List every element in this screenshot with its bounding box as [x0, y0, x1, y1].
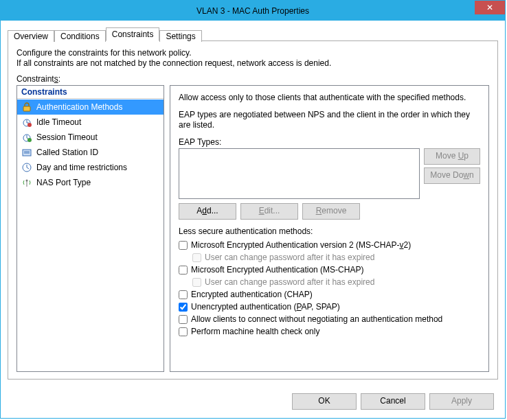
- auth-method-label: Microsoft Encrypted Authentication versi…: [191, 240, 411, 250]
- ok-button[interactable]: OK: [292, 393, 357, 410]
- constraints-item-label: NAS Port Type: [36, 178, 91, 187]
- svg-rect-0: [23, 106, 30, 111]
- svg-point-2: [27, 123, 32, 127]
- eap-intro: EAP types are negotiated between NPS and…: [179, 110, 480, 130]
- auth-method-checkbox[interactable]: [179, 315, 188, 324]
- cancel-button[interactable]: Cancel: [361, 393, 425, 410]
- timer-session-icon: [21, 132, 32, 143]
- eap-row: Move Up Move Down: [179, 148, 480, 199]
- auth-method-checkbox[interactable]: [179, 303, 188, 312]
- constraints-item-label: Called Station ID: [36, 148, 98, 157]
- move-up-button[interactable]: Move Up: [424, 148, 480, 165]
- constraints-header: Constraints: [17, 86, 164, 99]
- tab-settings[interactable]: Settings: [159, 30, 201, 42]
- auth-method-row: User can change password after it has ex…: [179, 251, 480, 264]
- dialog-button-row: OK Cancel Apply: [1, 386, 505, 418]
- constraints-item-session-timeout[interactable]: Session Timeout: [17, 130, 164, 145]
- dialog-body: Overview Conditions Constraints Settings…: [1, 21, 505, 386]
- close-icon: ✕: [486, 3, 493, 12]
- detail-panel: Allow access only to those clients that …: [170, 85, 489, 372]
- auth-method-checkbox[interactable]: [179, 266, 188, 275]
- description-text: Configure the constraints for this netwo…: [16, 48, 489, 69]
- auth-method-label: Perform machine health check only: [191, 327, 319, 336]
- constraints-list[interactable]: Authentication MethodsIdle TimeoutSessio…: [17, 99, 164, 371]
- constraints-item-nas-port-type[interactable]: NAS Port Type: [17, 175, 164, 190]
- auth-method-checkbox: [192, 253, 201, 262]
- antenna-icon: [21, 177, 32, 188]
- move-down-button[interactable]: Move Down: [424, 167, 480, 184]
- auth-method-checkbox: [192, 278, 201, 287]
- constraints-item-label: Authentication Methods: [36, 102, 122, 112]
- constraints-item-label: Session Timeout: [36, 132, 98, 142]
- constraints-item-day-and-time-restrictions[interactable]: Day and time restrictions: [17, 160, 164, 175]
- tabstrip: Overview Conditions Constraints Settings: [8, 26, 498, 40]
- auth-method-checkbox[interactable]: [179, 241, 188, 250]
- eap-types-label: EAP Types:: [179, 137, 480, 147]
- auth-method-checkbox[interactable]: [179, 327, 188, 336]
- station-id-icon: [21, 147, 32, 158]
- auth-method-label: Microsoft Encrypted Authentication (MS-C…: [191, 265, 363, 275]
- window-title: VLAN 3 - MAC Auth Properties: [196, 6, 309, 16]
- auth-method-row[interactable]: Microsoft Encrypted Authentication versi…: [179, 239, 480, 251]
- auth-method-label: User can change password after it has ex…: [205, 277, 374, 287]
- auth-methods-checklist: Microsoft Encrypted Authentication versi…: [179, 239, 480, 338]
- apply-button[interactable]: Apply: [429, 393, 494, 410]
- svg-point-9: [26, 180, 28, 182]
- auth-method-row[interactable]: Unencrypted authentication (PAP, SPAP): [179, 301, 480, 313]
- clock-icon: [21, 162, 32, 173]
- auth-method-row[interactable]: Microsoft Encrypted Authentication (MS-C…: [179, 264, 480, 276]
- titlebar: VLAN 3 - MAC Auth Properties ✕: [1, 1, 505, 21]
- auth-method-row[interactable]: Allow clients to connect without negotia…: [179, 313, 480, 325]
- less-secure-label: Less secure authentication methods:: [179, 226, 480, 236]
- eap-side-buttons: Move Up Move Down: [424, 148, 480, 199]
- tab-panel-constraints: Configure the constraints for this netwo…: [8, 40, 498, 380]
- constraints-item-idle-timeout[interactable]: Idle Timeout: [17, 115, 164, 130]
- constraints-label: Constraints:: [16, 74, 489, 84]
- add-button[interactable]: Add...: [179, 203, 236, 220]
- edit-button[interactable]: Edit...: [240, 203, 298, 220]
- description-line1: Configure the constraints for this netwo…: [16, 48, 192, 58]
- auth-method-label: Allow clients to connect without negotia…: [191, 314, 442, 324]
- tab-constraints[interactable]: Constraints: [106, 27, 160, 41]
- auth-method-row[interactable]: Encrypted authentication (CHAP): [179, 288, 480, 301]
- auth-method-row: User can change password after it has ex…: [179, 276, 480, 288]
- tab-overview[interactable]: Overview: [8, 30, 54, 42]
- svg-point-4: [27, 138, 32, 142]
- auth-method-row[interactable]: Perform machine health check only: [179, 325, 480, 338]
- close-button[interactable]: ✕: [475, 1, 505, 14]
- lock-icon: [21, 102, 32, 113]
- constraints-item-authentication-methods[interactable]: Authentication Methods: [17, 100, 164, 115]
- detail-intro: Allow access only to those clients that …: [179, 93, 480, 103]
- columns: Constraints Authentication MethodsIdle T…: [16, 85, 489, 372]
- description-line2: If all constraints are not matched by th…: [16, 58, 331, 68]
- eap-button-row: Add... Edit... Remove: [179, 203, 480, 220]
- constraints-item-label: Day and time restrictions: [36, 163, 127, 172]
- constraints-item-called-station-id[interactable]: Called Station ID: [17, 145, 164, 160]
- eap-types-listbox[interactable]: [179, 148, 420, 199]
- auth-method-label: Unencrypted authentication (PAP, SPAP): [191, 302, 340, 312]
- auth-method-checkbox[interactable]: [179, 290, 188, 299]
- remove-button[interactable]: Remove: [302, 203, 360, 220]
- dialog-window: VLAN 3 - MAC Auth Properties ✕ Overview …: [0, 0, 506, 419]
- constraints-category-panel: Constraints Authentication MethodsIdle T…: [16, 85, 164, 372]
- constraints-item-label: Idle Timeout: [36, 117, 81, 127]
- auth-method-label: User can change password after it has ex…: [205, 253, 374, 262]
- timer-idle-icon: [21, 117, 32, 128]
- auth-method-label: Encrypted authentication (CHAP): [191, 290, 313, 299]
- tab-conditions[interactable]: Conditions: [54, 30, 106, 42]
